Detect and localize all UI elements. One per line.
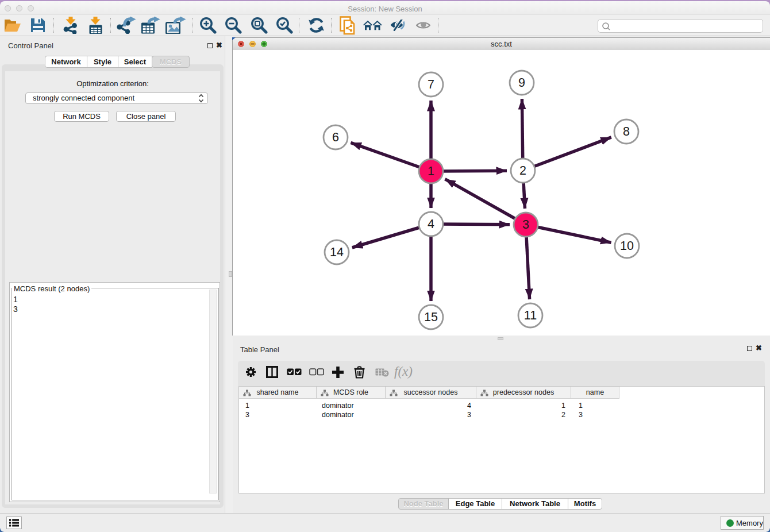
svg-text:6: 6 <box>332 130 339 144</box>
svg-text:10: 10 <box>620 239 634 253</box>
svg-text:4: 4 <box>428 217 434 231</box>
svg-text:3: 3 <box>522 218 529 232</box>
svg-text:11: 11 <box>524 309 537 322</box>
svg-text:9: 9 <box>518 76 525 90</box>
svg-text:2: 2 <box>519 164 526 178</box>
svg-text:14: 14 <box>330 245 344 259</box>
svg-text:7: 7 <box>428 78 434 91</box>
svg-text:8: 8 <box>623 125 630 138</box>
svg-text:1: 1 <box>428 164 434 178</box>
svg-text:15: 15 <box>424 310 438 324</box>
